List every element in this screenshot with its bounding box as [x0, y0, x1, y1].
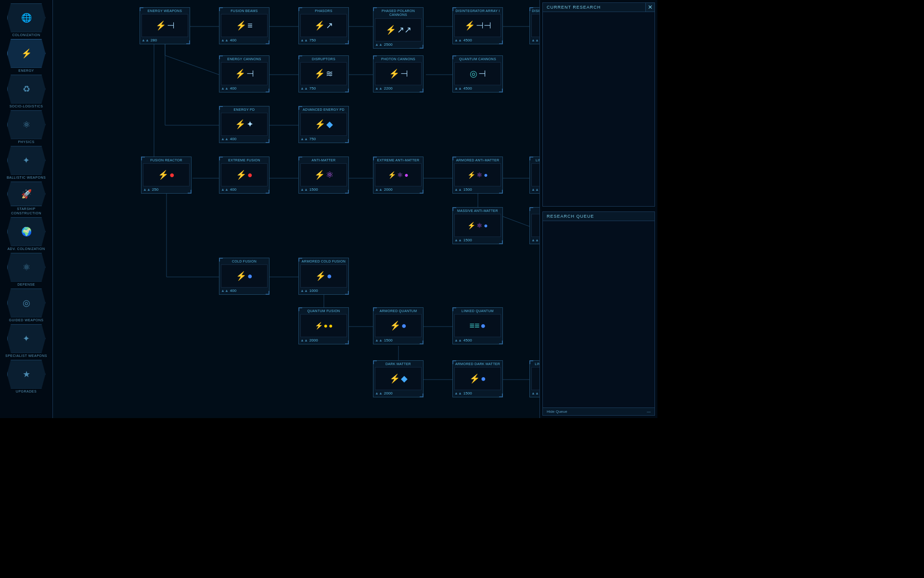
- tech-node-fusion-reactor[interactable]: FUSION REACTOR ⚡● ▲▲ 250: [141, 157, 192, 194]
- tech-node-photon-cannons[interactable]: PHOTON CANNONS ⚡⊣ ▲▲ 2200: [373, 55, 424, 92]
- hide-queue-button[interactable]: Hide Queue —: [543, 407, 654, 415]
- tech-cost-icon-linked-quantum: ▲▲: [454, 338, 462, 342]
- current-research-section: CURRENT RESEARCH: [542, 2, 655, 207]
- tech-node-quantum-cannons[interactable]: QUANTUM CANNONS ◎⊣ ▲▲ 4500: [452, 55, 503, 92]
- tech-icons-dark-matter: ⚡◆: [375, 367, 422, 390]
- tech-node-armored-cold-fusion[interactable]: ARMORED COLD FUSION ⚡● ▲▲ 1000: [298, 258, 349, 295]
- tech-node-linked-quantum[interactable]: LINKED QUANTUM ≡≡● ▲▲ 4500: [452, 307, 503, 344]
- tech-node-fusion-beams[interactable]: FUSION BEAMS ⚡≡ ▲▲ 400: [219, 7, 270, 44]
- sidebar-item-physics[interactable]: ⚛ PHYSICS: [5, 110, 48, 144]
- sidebar-item-adv-colonization[interactable]: 🌍 ADV. COLONIZATION: [5, 217, 48, 251]
- svg-line-6: [165, 55, 219, 75]
- sidebar-icon-socio-logistics: ♻: [23, 84, 30, 94]
- tech-node-extreme-fusion[interactable]: EXTREME FUSION ⚡● ▲▲ 400: [219, 157, 270, 194]
- tech-cost-dark-matter: ▲▲ 2000: [375, 391, 422, 395]
- tech-node-inner-quantum-cannons: QUANTUM CANNONS ◎⊣ ▲▲ 4500: [452, 55, 503, 92]
- tech-icons-quantum-cannons: ◎⊣: [454, 62, 501, 85]
- tech-cost-value-extreme-fusion: 400: [230, 187, 236, 192]
- tech-icons-extreme-fusion: ⚡●: [221, 163, 268, 186]
- tech-title-armored-quantum: ARMORED QUANTUM: [375, 309, 422, 313]
- sidebar-item-energy[interactable]: ⚡ ENERGY: [5, 39, 48, 73]
- tech-cost-value-armored-dark-matter: 1500: [463, 391, 472, 395]
- tech-node-inner-phasors: PHASORS ⚡↗ ▲▲ 750: [298, 7, 349, 44]
- tech-cost-value-phasors: 750: [309, 38, 316, 42]
- tech-cost-phasors: ▲▲ 750: [300, 38, 347, 42]
- current-research-header: CURRENT RESEARCH: [543, 3, 654, 12]
- tech-cost-icon-phased-polaron: ▲▲: [375, 42, 383, 47]
- tech-cost-linked-dark-matter: ▲▲ 6000: [531, 391, 539, 395]
- tech-node-armored-quantum[interactable]: ARMORED QUANTUM ⚡● ▲▲ 1500: [373, 307, 424, 344]
- tech-icons-dark-energy: ⚡●◆: [531, 214, 539, 237]
- tech-cost-anti-matter: ▲▲ 1500: [300, 187, 347, 192]
- tech-node-energy-weapons[interactable]: ENERGY WEAPONS ⚡⊣ ▲▲ 280: [140, 7, 190, 44]
- sidebar-label-upgrades: UPGRADES: [16, 390, 37, 394]
- tech-node-inner-advanced-energy-pd: ADVANCED ENERGY PD ⚡◆ ▲▲ 750: [298, 106, 349, 143]
- sidebar-item-upgrades[interactable]: ★ UPGRADES: [5, 360, 48, 394]
- sidebar-item-ballistic-weapons[interactable]: ✦ BALLISTIC WEAPONS: [5, 146, 48, 180]
- tech-node-energy-cannons[interactable]: ENERGY CANNONS ⚡⊣ ▲▲ 400: [219, 55, 270, 92]
- close-button[interactable]: ✕: [645, 2, 655, 12]
- sidebar-item-defense[interactable]: ⚛ DEFENSE: [5, 253, 48, 287]
- tech-node-phasors[interactable]: PHASORS ⚡↗ ▲▲ 750: [298, 7, 349, 44]
- tech-node-inner-anti-matter: ANTI-MATTER ⚡⚛ ▲▲ 1500: [298, 157, 349, 194]
- tech-node-phased-polaron[interactable]: PHASED POLARON CANNONS ⚡↗↗ ▲▲ 2500: [373, 7, 424, 49]
- current-research-content: [543, 12, 654, 206]
- tech-cost-icon-dark-energy: ▲▲: [531, 238, 539, 242]
- tech-node-linked-anti-matter[interactable]: LINKED ANTI-MATTER ≡≡⚛ ▲▲ 5700: [529, 157, 539, 194]
- sidebar-item-socio-logistics[interactable]: ♻ SOCIO-LOGISTICS: [5, 75, 48, 108]
- tech-node-inner-fusion-beams: FUSION BEAMS ⚡≡ ▲▲ 400: [219, 7, 270, 44]
- tech-cost-icon-fusion-beams: ▲▲: [221, 38, 229, 42]
- hide-queue-icon: —: [647, 409, 651, 414]
- sidebar-label-starship-construction: STARSHIP CONSTRUCTION: [5, 207, 48, 215]
- tech-node-inner-phased-polaron: PHASED POLARON CANNONS ⚡↗↗ ▲▲ 2500: [373, 7, 424, 49]
- tech-node-inner-armored-anti-matter: ARMORED ANTI-MATTER ⚡⚛● ▲▲ 1500: [452, 157, 503, 194]
- sidebar-item-starship-construction[interactable]: 🚀 STARSHIP CONSTRUCTION: [5, 182, 48, 215]
- tech-node-armored-dark-matter[interactable]: ARMORED DARK MATTER ⚡● ▲▲ 1500: [452, 360, 503, 397]
- tech-cost-icon-disintegrator-1: ▲▲: [454, 38, 462, 42]
- tech-node-dark-energy[interactable]: DARK ENERGY ⚡●◆ ▲▲ 6000: [529, 207, 539, 244]
- tech-node-anti-matter[interactable]: ANTI-MATTER ⚡⚛ ▲▲ 1500: [298, 157, 349, 194]
- tech-node-disintegrator-2[interactable]: DISINTEGRATOR ARRAY II ⚡★ ▲▲ 4000: [529, 7, 539, 44]
- tech-icons-armored-dark-matter: ⚡●: [454, 367, 501, 390]
- tech-cost-icon-disintegrator-2: ▲▲: [531, 38, 539, 42]
- sidebar-label-colonization: COLONIZATION: [13, 33, 40, 37]
- tech-cost-quantum-cannons: ▲▲ 4500: [454, 86, 501, 91]
- tech-node-inner-armored-dark-matter: ARMORED DARK MATTER ⚡● ▲▲ 1500: [452, 360, 503, 397]
- tech-cost-value-energy-cannons: 400: [230, 86, 236, 91]
- tech-title-quantum-cannons: QUANTUM CANNONS: [454, 57, 501, 61]
- tech-cost-value-disintegrator-1: 4500: [463, 38, 472, 42]
- tech-node-inner-fusion-reactor: FUSION REACTOR ⚡● ▲▲ 250: [141, 157, 192, 194]
- tech-node-disruptors[interactable]: DISRUPTORS ⚡≋ ▲▲ 750: [298, 55, 349, 92]
- tech-node-quantum-fusion[interactable]: QUANTUM FUSION ⚡●● ▲▲ 2000: [298, 307, 349, 344]
- sidebar-item-colonization[interactable]: 🌐 COLONIZATION: [5, 3, 48, 37]
- tech-title-advanced-energy-pd: ADVANCED ENERGY PD: [300, 108, 347, 112]
- tech-title-quantum-fusion: QUANTUM FUSION: [300, 309, 347, 313]
- tech-icons-advanced-energy-pd: ⚡◆: [300, 113, 347, 136]
- tech-node-disintegrator-1[interactable]: DISINTEGRATOR ARRAY I ⚡⊣⊣ ▲▲ 4500: [452, 7, 503, 44]
- tech-title-extreme-anti-matter: EXTREME ANTI-MATTER: [375, 158, 422, 162]
- sidebar-icon-ballistic-weapons: ✦: [23, 155, 30, 166]
- sidebar-item-specialist-weapons[interactable]: ✦ SPECIALIST WEAPONS: [5, 324, 48, 358]
- tech-cost-value-quantum-cannons: 4500: [463, 86, 472, 91]
- tech-icons-massive-anti-matter: ⚡⚛●: [454, 214, 501, 237]
- research-queue-section: RESEARCH QUEUE Hide Queue —: [542, 211, 655, 416]
- tech-node-energy-pd[interactable]: ENERGY PD ⚡✦ ▲▲ 400: [219, 106, 270, 143]
- tech-node-cold-fusion[interactable]: COLD FUSION ⚡● ▲▲ 400: [219, 258, 270, 295]
- sidebar: 🌐 COLONIZATION ⚡ ENERGY ♻ SOCIO-LOGISTIC…: [0, 0, 53, 418]
- tech-node-massive-anti-matter[interactable]: MASSIVE ANTI-MATTER ⚡⚛● ▲▲ 1500: [452, 207, 503, 244]
- tech-node-armored-anti-matter[interactable]: ARMORED ANTI-MATTER ⚡⚛● ▲▲ 1500: [452, 157, 503, 194]
- tech-node-dark-matter[interactable]: DARK MATTER ⚡◆ ▲▲ 2000: [373, 360, 424, 397]
- tech-cost-massive-anti-matter: ▲▲ 1500: [454, 238, 501, 242]
- sidebar-icon-energy: ⚡: [21, 48, 32, 59]
- sidebar-label-defense: DEFENSE: [17, 283, 35, 287]
- tech-cost-value-fusion-beams: 400: [230, 38, 236, 42]
- tech-title-massive-anti-matter: MASSIVE ANTI-MATTER: [454, 209, 501, 213]
- tech-node-linked-dark-matter[interactable]: LINKED DARK MATTER ≡≡◆ ▲▲ 6000: [529, 360, 539, 397]
- research-area[interactable]: ENERGY WEAPONS ⚡⊣ ▲▲ 280 FUSION BEAMS ⚡≡…: [53, 0, 539, 418]
- sidebar-item-guided-weapons[interactable]: ◎ GUIDED WEAPONS: [5, 289, 48, 322]
- tech-cost-extreme-anti-matter: ▲▲ 2000: [375, 187, 422, 192]
- tech-node-extreme-anti-matter[interactable]: EXTREME ANTI-MATTER ⚡⚛● ▲▲ 2000: [373, 157, 424, 194]
- tech-cost-armored-quantum: ▲▲ 1500: [375, 338, 422, 342]
- tech-node-advanced-energy-pd[interactable]: ADVANCED ENERGY PD ⚡◆ ▲▲ 750: [298, 106, 349, 143]
- sidebar-label-socio-logistics: SOCIO-LOGISTICS: [10, 105, 43, 108]
